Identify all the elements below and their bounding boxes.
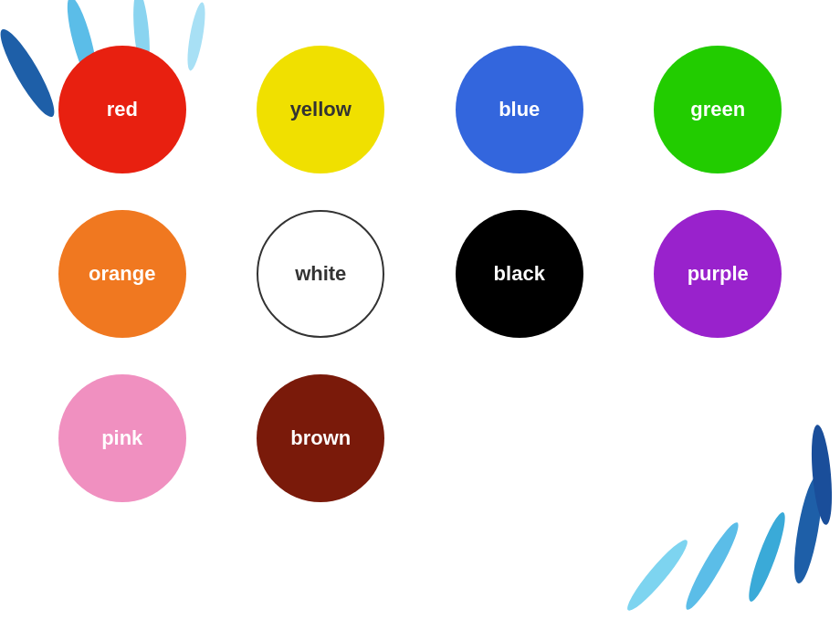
circle-purple: purple — [654, 210, 782, 338]
svg-point-6 — [743, 509, 791, 604]
circle-label-blue: blue — [499, 98, 540, 121]
circle-item-brown: brown — [226, 374, 416, 502]
circle-pink: pink — [58, 374, 186, 502]
circle-label-red: red — [107, 98, 138, 121]
circle-item-red: red — [27, 46, 217, 173]
svg-point-5 — [680, 519, 745, 614]
circle-white: white — [257, 210, 384, 338]
circle-item-pink: pink — [27, 374, 217, 502]
circle-label-purple: purple — [688, 262, 749, 286]
circle-red: red — [58, 46, 186, 173]
circles-grid: red yellow blue green orange white black… — [27, 46, 813, 502]
circle-green: green — [654, 46, 782, 173]
circle-label-black: black — [494, 262, 545, 286]
circle-label-yellow: yellow — [290, 98, 352, 121]
circle-blue: blue — [456, 46, 583, 173]
circle-label-orange: orange — [89, 262, 155, 286]
circle-brown: brown — [257, 374, 384, 502]
circle-item-white: white — [226, 210, 416, 338]
circle-item-empty-2 — [624, 374, 814, 502]
circle-black: black — [456, 210, 583, 338]
circle-item-empty-1 — [425, 374, 614, 502]
circle-item-yellow: yellow — [226, 46, 416, 173]
circle-label-brown: brown — [290, 426, 351, 450]
circle-label-white: white — [295, 262, 346, 286]
circle-label-green: green — [690, 98, 745, 121]
circle-item-black: black — [425, 210, 614, 338]
circle-item-orange: orange — [27, 210, 217, 338]
circle-item-blue: blue — [425, 46, 614, 173]
circle-orange: orange — [58, 210, 186, 338]
circle-yellow: yellow — [257, 46, 384, 173]
circle-item-purple: purple — [624, 210, 814, 338]
circle-label-pink: pink — [101, 426, 142, 450]
circle-item-green: green — [624, 46, 814, 173]
svg-point-4 — [622, 535, 693, 615]
